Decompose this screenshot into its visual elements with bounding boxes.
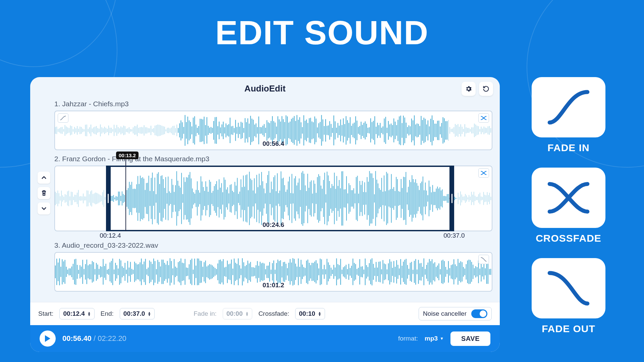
svg-rect-657 [464,196,465,201]
svg-rect-98 [189,120,190,140]
svg-rect-879 [327,259,327,285]
svg-rect-740 [137,264,138,279]
svg-rect-730 [123,268,124,276]
save-button[interactable]: SAVE [450,331,490,346]
crossfade-badge[interactable] [478,168,489,178]
svg-rect-800 [219,260,219,284]
stepper-arrows-icon[interactable]: ▲▼ [88,311,91,316]
track-duration: 01:01.2 [55,282,492,289]
svg-rect-230 [369,127,370,134]
svg-rect-312 [481,127,481,134]
svg-rect-310 [478,126,479,134]
svg-rect-179 [299,117,300,144]
svg-rect-932 [399,268,399,275]
svg-rect-998 [489,269,490,275]
move-up-button[interactable] [38,172,50,184]
svg-rect-772 [180,258,181,285]
svg-rect-303 [469,128,469,133]
svg-rect-899 [354,263,355,281]
crossfade-badge[interactable] [478,113,489,123]
svg-rect-150 [260,127,260,134]
svg-rect-664 [472,195,473,202]
svg-rect-684 [60,267,61,277]
svg-rect-39 [108,126,109,135]
track-waveform[interactable]: 01:01.2 [54,252,492,292]
svg-rect-944 [415,259,416,285]
svg-rect-906 [364,269,364,274]
svg-rect-134 [238,123,238,138]
svg-rect-23 [87,125,87,136]
stepper-arrows-icon[interactable]: ▲▼ [148,311,151,316]
svg-rect-122 [221,124,222,136]
svg-rect-323 [59,193,59,203]
start-stepper[interactable]: 00:12.4 ▲▼ [59,308,94,319]
svg-rect-200 [328,125,329,135]
svg-rect-744 [142,264,143,279]
svg-rect-105 [198,126,199,135]
svg-rect-119 [217,126,218,134]
svg-rect-19 [81,127,82,134]
fade-out-badge[interactable] [478,255,489,264]
svg-rect-888 [339,265,339,279]
svg-rect-138 [244,128,244,133]
play-button[interactable] [40,330,56,347]
settings-button[interactable] [462,82,476,96]
svg-rect-64 [142,127,143,134]
svg-rect-826 [254,268,255,276]
svg-rect-741 [138,264,139,280]
svg-rect-46 [118,127,118,134]
svg-rect-671 [481,196,481,200]
track-waveform[interactable]: 00:56.4 [54,111,492,150]
svg-rect-208 [339,126,339,135]
svg-rect-165 [280,122,281,139]
svg-rect-855 [294,259,294,285]
svg-rect-715 [103,259,103,285]
svg-rect-956 [432,259,432,285]
svg-rect-770 [178,262,178,282]
svg-rect-118 [216,117,217,144]
stepper-arrows-icon[interactable]: ▲▼ [318,311,321,316]
svg-rect-326 [62,195,63,202]
noise-toggle[interactable] [471,309,487,318]
svg-rect-763 [168,265,169,279]
svg-rect-859 [299,267,300,277]
svg-rect-343 [83,193,84,203]
svg-rect-878 [325,269,326,274]
svg-rect-804 [224,267,225,276]
svg-rect-701 [84,269,84,275]
move-down-button[interactable] [38,202,50,215]
fadein-value: 00:00 [226,310,243,317]
undo-button[interactable] [479,82,493,96]
selection-handle-left[interactable] [108,194,109,203]
svg-rect-233 [373,121,374,140]
svg-rect-117 [215,117,215,143]
svg-rect-745 [144,261,144,282]
svg-rect-914 [374,268,375,276]
svg-rect-5 [62,127,62,134]
svg-rect-977 [460,261,461,282]
svg-rect-136 [240,122,241,139]
svg-rect-261 [411,119,412,142]
svg-rect-868 [312,263,312,281]
svg-rect-86 [172,126,173,135]
svg-rect-153 [264,124,264,137]
svg-rect-964 [443,260,443,284]
playhead[interactable]: 00:13.2 [125,160,126,231]
svg-rect-333 [71,192,71,205]
feature-label: FADE IN [530,142,607,154]
selection-handle-right[interactable] [451,194,452,203]
crossfade-stepper[interactable]: 00:10 ▲▼ [295,308,325,319]
delete-button[interactable] [38,187,50,199]
end-stepper[interactable]: 00:37.0 ▲▼ [120,308,155,319]
stepper-arrows-icon[interactable]: ▲▼ [245,311,249,316]
svg-rect-795 [212,265,213,279]
svg-rect-327 [63,197,64,200]
svg-rect-270 [424,118,424,143]
track-duration: 00:56.4 [55,140,492,147]
svg-rect-732 [126,269,127,274]
fadein-stepper[interactable]: 00:00 ▲▼ [223,308,253,319]
svg-rect-694 [74,259,75,285]
format-select[interactable]: mp3 ▼ [425,335,444,342]
fade-in-badge[interactable] [58,113,68,123]
track-waveform[interactable]: 00:13.2 00:12.4 00:37.0 00:24.6 [54,166,492,231]
